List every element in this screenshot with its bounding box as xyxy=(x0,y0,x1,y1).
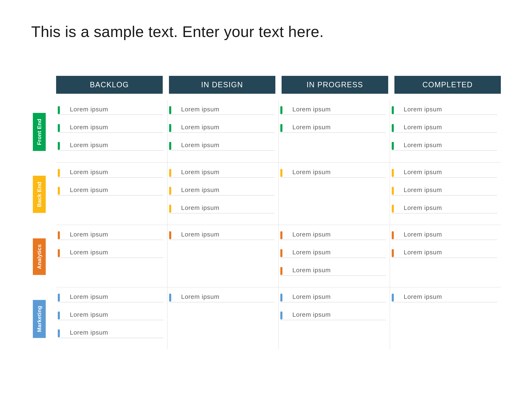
item-text: Lorem ipsum xyxy=(292,249,331,256)
item-text: Lorem ipsum xyxy=(181,231,219,238)
item-tick-icon xyxy=(58,294,60,302)
kanban-item: Lorem ipsum xyxy=(58,124,163,133)
item-text: Lorem ipsum xyxy=(292,311,331,318)
item-tick-icon xyxy=(392,249,394,257)
item-tick-icon xyxy=(392,142,394,150)
item-text: Lorem ipsum xyxy=(292,124,331,131)
column-header-in-design: IN DESIGN xyxy=(169,76,276,94)
kanban-cell: Lorem ipsumLorem ipsumLorem ipsum xyxy=(167,163,279,225)
item-tick-icon xyxy=(58,187,60,195)
kanban-row: Lorem ipsumLorem ipsumLorem ipsumLorem i… xyxy=(56,162,501,225)
kanban-item: Lorem ipsum xyxy=(280,169,386,178)
item-text: Lorem ipsum xyxy=(404,231,442,238)
kanban-cell: Lorem ipsumLorem ipsum xyxy=(390,225,501,287)
kanban-item: Lorem ipsum xyxy=(280,267,386,276)
item-text: Lorem ipsum xyxy=(70,249,108,256)
item-text: Lorem ipsum xyxy=(292,267,331,274)
item-text: Lorem ipsum xyxy=(70,329,108,336)
item-text: Lorem ipsum xyxy=(181,204,219,211)
item-text: Lorem ipsum xyxy=(181,106,219,113)
kanban-cell: Lorem ipsumLorem ipsumLorem ipsum xyxy=(167,100,279,162)
kanban-item: Lorem ipsum xyxy=(392,231,497,240)
item-text: Lorem ipsum xyxy=(70,106,108,113)
item-text: Lorem ipsum xyxy=(404,186,442,193)
kanban-item: Lorem ipsum xyxy=(58,249,163,258)
kanban-item: Lorem ipsum xyxy=(392,186,497,196)
item-tick-icon xyxy=(392,205,394,213)
kanban-item: Lorem ipsum xyxy=(58,106,163,115)
kanban-item: Lorem ipsum xyxy=(58,293,163,302)
item-tick-icon xyxy=(169,231,171,239)
item-tick-icon xyxy=(169,124,171,132)
item-tick-icon xyxy=(392,187,394,195)
kanban-item: Lorem ipsum xyxy=(169,186,275,196)
row-label-cell: Back End xyxy=(17,163,56,226)
row-label-analytics: Analytics xyxy=(33,238,46,275)
item-text: Lorem ipsum xyxy=(70,169,108,176)
item-text: Lorem ipsum xyxy=(404,293,442,300)
kanban-item: Lorem ipsum xyxy=(392,169,497,178)
item-text: Lorem ipsum xyxy=(292,169,331,176)
row-label-back-end: Back End xyxy=(33,176,46,213)
item-tick-icon xyxy=(392,169,394,177)
kanban-item: Lorem ipsum xyxy=(392,141,497,151)
kanban-item: Lorem ipsum xyxy=(392,293,497,302)
item-tick-icon xyxy=(58,329,60,337)
kanban-item: Lorem ipsum xyxy=(58,141,163,151)
row-label-spacer xyxy=(17,76,56,95)
kanban-cell: Lorem ipsum xyxy=(279,163,390,225)
item-tick-icon xyxy=(58,311,60,319)
item-tick-icon xyxy=(58,106,60,114)
kanban-item: Lorem ipsum xyxy=(169,106,275,115)
item-tick-icon xyxy=(392,106,394,114)
item-text: Lorem ipsum xyxy=(70,311,108,318)
rows-container: Lorem ipsumLorem ipsumLorem ipsumLorem i… xyxy=(56,100,501,349)
kanban-board: Front End Back End Analytics Marketing B… xyxy=(17,76,501,350)
slide: This is a sample text. Enter your text h… xyxy=(0,0,532,399)
item-text: Lorem ipsum xyxy=(404,124,442,131)
kanban-item: Lorem ipsum xyxy=(392,124,497,133)
kanban-cell: Lorem ipsumLorem ipsumLorem ipsum xyxy=(56,100,167,162)
item-text: Lorem ipsum xyxy=(70,124,108,131)
row-label-cell: Analytics xyxy=(17,226,56,288)
kanban-item: Lorem ipsum xyxy=(58,329,163,338)
item-tick-icon xyxy=(169,106,171,114)
kanban-cell: Lorem ipsumLorem ipsumLorem ipsum xyxy=(390,163,501,225)
item-tick-icon xyxy=(58,169,60,177)
item-tick-icon xyxy=(58,124,60,132)
item-tick-icon xyxy=(169,169,171,177)
kanban-item: Lorem ipsum xyxy=(280,311,386,320)
item-text: Lorem ipsum xyxy=(70,293,108,300)
item-tick-icon xyxy=(280,169,282,177)
kanban-grid: BACKLOG IN DESIGN IN PROGRESS COMPLETED … xyxy=(56,76,501,350)
kanban-row: Lorem ipsumLorem ipsumLorem ipsumLorem i… xyxy=(56,287,501,349)
item-tick-icon xyxy=(392,294,394,302)
item-tick-icon xyxy=(58,142,60,150)
kanban-item: Lorem ipsum xyxy=(169,204,275,213)
item-tick-icon xyxy=(58,231,60,239)
item-text: Lorem ipsum xyxy=(292,231,331,238)
kanban-item: Lorem ipsum xyxy=(280,231,386,240)
row-label-front-end: Front End xyxy=(33,113,46,151)
row-label-cell: Front End xyxy=(17,101,56,163)
item-tick-icon xyxy=(280,249,282,257)
kanban-cell: Lorem ipsum xyxy=(390,287,501,349)
kanban-item: Lorem ipsum xyxy=(392,249,497,258)
kanban-cell: Lorem ipsum xyxy=(167,225,279,287)
kanban-cell: Lorem ipsumLorem ipsum xyxy=(279,100,390,162)
item-tick-icon xyxy=(280,124,282,132)
slide-title: This is a sample text. Enter your text h… xyxy=(31,23,501,40)
item-text: Lorem ipsum xyxy=(181,141,219,149)
kanban-item: Lorem ipsum xyxy=(169,231,275,240)
kanban-item: Lorem ipsum xyxy=(280,106,386,115)
item-tick-icon xyxy=(169,205,171,213)
item-tick-icon xyxy=(392,124,394,132)
column-header-row: BACKLOG IN DESIGN IN PROGRESS COMPLETED xyxy=(56,76,501,94)
item-tick-icon xyxy=(280,106,282,114)
item-tick-icon xyxy=(392,231,394,239)
item-text: Lorem ipsum xyxy=(181,169,219,176)
item-tick-icon xyxy=(280,267,282,275)
kanban-cell: Lorem ipsumLorem ipsum xyxy=(279,287,390,349)
item-text: Lorem ipsum xyxy=(404,204,442,211)
item-tick-icon xyxy=(280,231,282,239)
